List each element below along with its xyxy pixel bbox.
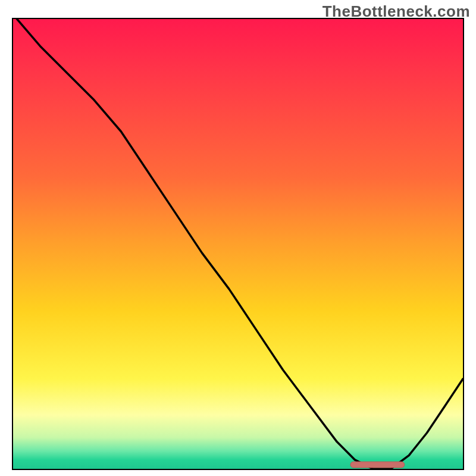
chart-container: TheBottleneck.com <box>0 0 476 476</box>
plot-area <box>12 18 464 470</box>
optimal-range-bar <box>350 462 405 468</box>
chart-overlay <box>13 19 463 469</box>
watermark-text: TheBottleneck.com <box>322 2 470 21</box>
bottleneck-curve <box>13 18 463 469</box>
